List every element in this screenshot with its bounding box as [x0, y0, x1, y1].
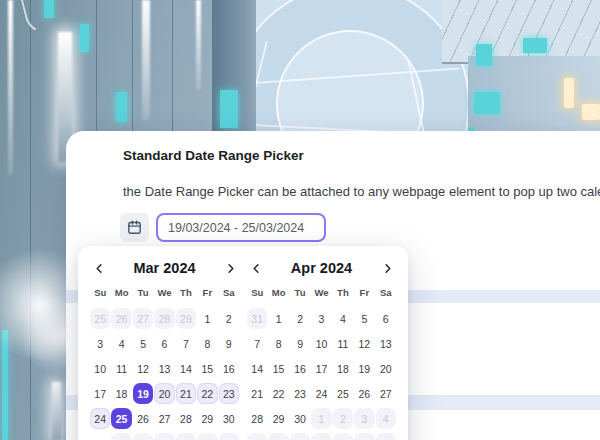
day-cell[interactable]: 14 [247, 358, 267, 379]
day-cell[interactable]: 10 [354, 433, 374, 440]
weekday-label: Sa [376, 286, 396, 300]
light-strip [142, 0, 150, 120]
weekday-label: Th [176, 286, 196, 300]
day-cell[interactable]: 8 [268, 333, 288, 354]
day-cell[interactable]: 15 [197, 358, 217, 379]
day-cell[interactable]: 5 [247, 433, 267, 440]
day-cell[interactable]: 25 [90, 308, 110, 329]
day-cell[interactable]: 3 [90, 333, 110, 354]
day-cell[interactable]: 11 [111, 358, 131, 379]
day-cell[interactable]: 4 [111, 333, 131, 354]
day-cell[interactable]: 1 [311, 408, 331, 429]
day-cell[interactable]: 3 [311, 308, 331, 329]
next-month-button[interactable] [378, 259, 396, 277]
day-cell[interactable]: 23 [290, 383, 310, 404]
cyan-accent [116, 92, 127, 122]
day-cell[interactable]: 26 [354, 383, 374, 404]
day-cell[interactable]: 13 [376, 333, 396, 354]
day-cell[interactable]: 4 [333, 308, 353, 329]
calendar-icon [126, 219, 143, 236]
day-cell[interactable]: 24 [311, 383, 331, 404]
next-month-button[interactable] [221, 259, 239, 277]
day-cell[interactable]: 13 [154, 358, 174, 379]
day-cell[interactable]: 7 [247, 333, 267, 354]
day-cell[interactable]: 6 [376, 308, 396, 329]
day-cell[interactable]: 17 [311, 358, 331, 379]
day-cell[interactable]: 30 [290, 408, 310, 429]
day-cell[interactable]: 11 [333, 333, 353, 354]
day-cell[interactable]: 23 [219, 383, 239, 404]
date-field-row [120, 213, 326, 242]
day-cell[interactable]: 15 [268, 358, 288, 379]
day-cell[interactable]: 24 [90, 408, 110, 429]
day-cell[interactable]: 16 [219, 358, 239, 379]
day-cell[interactable]: 5 [197, 433, 217, 440]
day-cell[interactable]: 19 [354, 358, 374, 379]
day-cell[interactable]: 21 [176, 383, 196, 404]
day-cell[interactable]: 27 [133, 308, 153, 329]
day-cell[interactable]: 29 [176, 308, 196, 329]
day-cell[interactable]: 30 [219, 408, 239, 429]
day-cell[interactable]: 31 [90, 433, 110, 440]
day-grid: 3112345678910111213141516171819202122232… [247, 308, 396, 440]
day-cell[interactable]: 27 [376, 383, 396, 404]
day-cell[interactable]: 28 [154, 308, 174, 329]
day-cell[interactable]: 16 [290, 358, 310, 379]
prev-month-button[interactable] [247, 259, 265, 277]
day-cell[interactable]: 10 [311, 333, 331, 354]
day-cell[interactable]: 1 [268, 308, 288, 329]
wall-seam [30, 0, 31, 440]
day-cell[interactable]: 22 [197, 383, 217, 404]
day-cell[interactable]: 31 [247, 308, 267, 329]
day-cell[interactable]: 26 [133, 408, 153, 429]
calendar-toggle-button[interactable] [120, 213, 149, 242]
day-cell[interactable]: 20 [376, 358, 396, 379]
day-cell[interactable]: 3 [354, 408, 374, 429]
day-cell[interactable]: 19 [133, 383, 153, 404]
day-cell[interactable]: 6 [219, 433, 239, 440]
day-cell[interactable]: 12 [354, 333, 374, 354]
day-cell[interactable]: 29 [268, 408, 288, 429]
day-cell[interactable]: 18 [333, 358, 353, 379]
day-cell[interactable]: 14 [176, 358, 196, 379]
day-cell[interactable]: 28 [176, 408, 196, 429]
day-cell[interactable]: 11 [376, 433, 396, 440]
day-cell[interactable]: 25 [111, 408, 131, 429]
date-range-input[interactable] [156, 213, 326, 242]
day-cell[interactable]: 3 [154, 433, 174, 440]
day-cell[interactable]: 2 [290, 308, 310, 329]
day-cell[interactable]: 6 [268, 433, 288, 440]
day-cell[interactable]: 4 [376, 408, 396, 429]
day-cell[interactable]: 29 [197, 408, 217, 429]
day-cell[interactable]: 22 [268, 383, 288, 404]
day-cell[interactable]: 5 [354, 308, 374, 329]
day-cell[interactable]: 9 [333, 433, 353, 440]
day-cell[interactable]: 9 [290, 333, 310, 354]
day-cell[interactable]: 25 [333, 383, 353, 404]
day-cell[interactable]: 4 [176, 433, 196, 440]
day-cell[interactable]: 5 [133, 333, 153, 354]
day-cell[interactable]: 8 [311, 433, 331, 440]
light-strip [52, 382, 61, 440]
day-cell[interactable]: 27 [154, 408, 174, 429]
day-cell[interactable]: 17 [90, 383, 110, 404]
day-cell[interactable]: 26 [111, 308, 131, 329]
day-cell[interactable]: 2 [219, 308, 239, 329]
day-grid: 2526272829123456789101112131415161718192… [90, 308, 239, 440]
prev-month-button[interactable] [90, 259, 108, 277]
day-cell[interactable]: 7 [176, 333, 196, 354]
day-cell[interactable]: 2 [333, 408, 353, 429]
day-cell[interactable]: 2 [133, 433, 153, 440]
day-cell[interactable]: 1 [197, 308, 217, 329]
day-cell[interactable]: 12 [133, 358, 153, 379]
day-cell[interactable]: 7 [290, 433, 310, 440]
day-cell[interactable]: 9 [219, 333, 239, 354]
day-cell[interactable]: 20 [154, 383, 174, 404]
day-cell[interactable]: 1 [111, 433, 131, 440]
day-cell[interactable]: 6 [154, 333, 174, 354]
day-cell[interactable]: 10 [90, 358, 110, 379]
day-cell[interactable]: 18 [111, 383, 131, 404]
day-cell[interactable]: 21 [247, 383, 267, 404]
day-cell[interactable]: 28 [247, 408, 267, 429]
day-cell[interactable]: 8 [197, 333, 217, 354]
